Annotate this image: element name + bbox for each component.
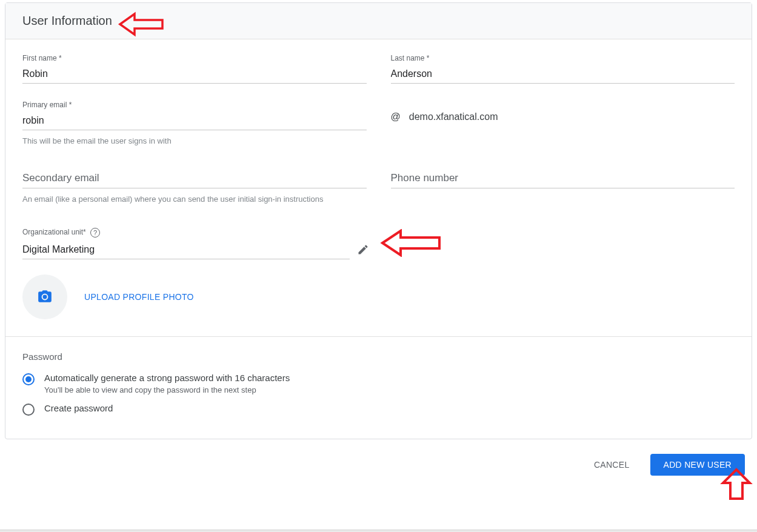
password-option-create[interactable]: Create password (22, 403, 735, 416)
org-unit-input (22, 242, 350, 259)
password-create-label: Create password (44, 403, 113, 413)
card-header: User Information (5, 3, 752, 39)
help-icon[interactable]: ? (90, 228, 100, 238)
last-name-input[interactable] (391, 66, 735, 84)
user-info-card: User Information First name * Last name … (5, 2, 752, 439)
password-auto-sublabel: You'll be able to view and copy the pass… (44, 385, 290, 394)
first-name-input[interactable] (22, 66, 367, 84)
primary-email-helper: This will be the email the user signs in… (22, 136, 367, 145)
secondary-email-field: An email (like a personal email) where y… (22, 170, 367, 204)
primary-email-input[interactable] (22, 113, 367, 130)
email-domain: @ demo.xfanatical.com (391, 111, 735, 126)
edit-org-unit-button[interactable] (355, 241, 372, 260)
password-section: Password Automatically generate a strong… (5, 337, 752, 439)
annotation-arrow-up-icon (719, 467, 753, 500)
secondary-email-helper: An email (like a personal email) where y… (22, 195, 367, 204)
last-name-label: Last name * (391, 54, 735, 62)
annotation-arrow-left-icon (380, 229, 443, 257)
domain-value[interactable]: demo.xfanatical.com (409, 111, 498, 122)
cancel-button[interactable]: CANCEL (581, 454, 643, 476)
radio-selected-icon (22, 373, 35, 385)
profile-photo-row: UPLOAD PROFILE PHOTO (22, 274, 735, 319)
org-unit-field: Organizational unit* ? (22, 228, 372, 260)
card-body: First name * Last name * Primary email *… (5, 39, 752, 336)
avatar-placeholder[interactable] (22, 274, 67, 319)
radio-unselected-icon (22, 404, 35, 416)
primary-email-field: Primary email * This will be the email t… (22, 101, 367, 145)
camera-icon (37, 289, 53, 305)
dialog-actions: CANCEL ADD NEW USER (0, 442, 757, 500)
password-section-title: Password (22, 351, 735, 362)
password-option-auto[interactable]: Automatically generate a strong password… (22, 373, 735, 394)
org-unit-label: Organizational unit* ? (22, 228, 372, 238)
upload-photo-button[interactable]: UPLOAD PROFILE PHOTO (84, 292, 194, 302)
annotation-arrow-left-icon (118, 12, 166, 37)
last-name-field: Last name * (391, 54, 735, 84)
at-symbol: @ (391, 111, 401, 122)
primary-email-label: Primary email * (22, 101, 367, 109)
password-auto-label: Automatically generate a strong password… (44, 373, 290, 383)
first-name-field: First name * (22, 54, 367, 84)
card-title: User Information (22, 14, 112, 27)
phone-input[interactable] (391, 170, 735, 188)
phone-field (391, 170, 735, 188)
pencil-icon (357, 244, 369, 256)
secondary-email-input[interactable] (22, 170, 367, 188)
first-name-label: First name * (22, 54, 367, 62)
